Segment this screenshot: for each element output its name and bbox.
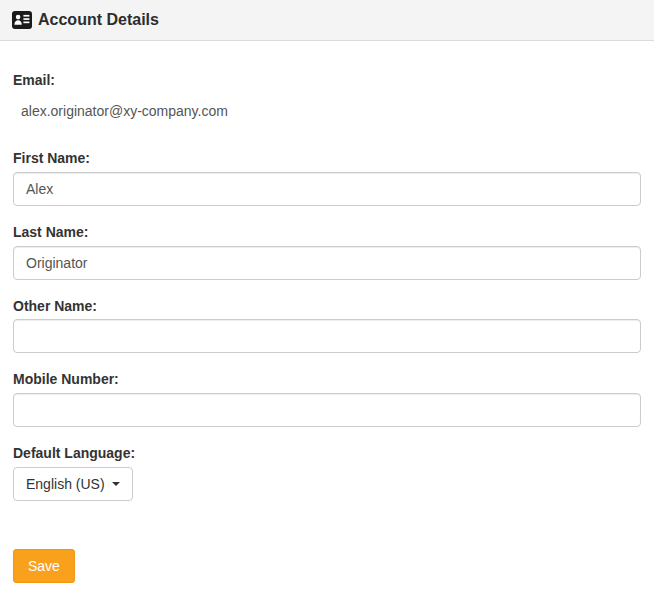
- first-name-label: First Name:: [13, 150, 641, 167]
- other-name-group: Other Name:: [13, 298, 641, 354]
- caret-down-icon: [112, 482, 120, 486]
- last-name-group: Last Name:: [13, 224, 641, 280]
- panel-header: Account Details: [0, 0, 654, 41]
- email-group: Email: alex.originator@xy-company.com: [13, 72, 641, 128]
- email-label: Email:: [13, 72, 641, 89]
- default-language-label: Default Language:: [13, 445, 641, 462]
- default-language-dropdown[interactable]: English (US): [13, 467, 133, 501]
- mobile-number-input[interactable]: [13, 393, 641, 427]
- contact-card-icon: [12, 10, 32, 30]
- default-language-selected: English (US): [26, 476, 105, 492]
- page-title: Account Details: [38, 12, 159, 28]
- last-name-label: Last Name:: [13, 224, 641, 241]
- first-name-input[interactable]: [13, 172, 641, 206]
- other-name-input[interactable]: [13, 319, 641, 353]
- account-details-page: Account Details Email: alex.originator@x…: [0, 0, 654, 591]
- email-value: alex.originator@xy-company.com: [13, 94, 641, 128]
- account-form: Email: alex.originator@xy-company.com Fi…: [0, 41, 654, 591]
- default-language-group: Default Language: English (US): [13, 445, 641, 501]
- mobile-number-group: Mobile Number:: [13, 371, 641, 427]
- first-name-group: First Name:: [13, 150, 641, 206]
- other-name-label: Other Name:: [13, 298, 641, 315]
- last-name-input[interactable]: [13, 246, 641, 280]
- save-button[interactable]: Save: [13, 549, 75, 583]
- mobile-number-label: Mobile Number:: [13, 371, 641, 388]
